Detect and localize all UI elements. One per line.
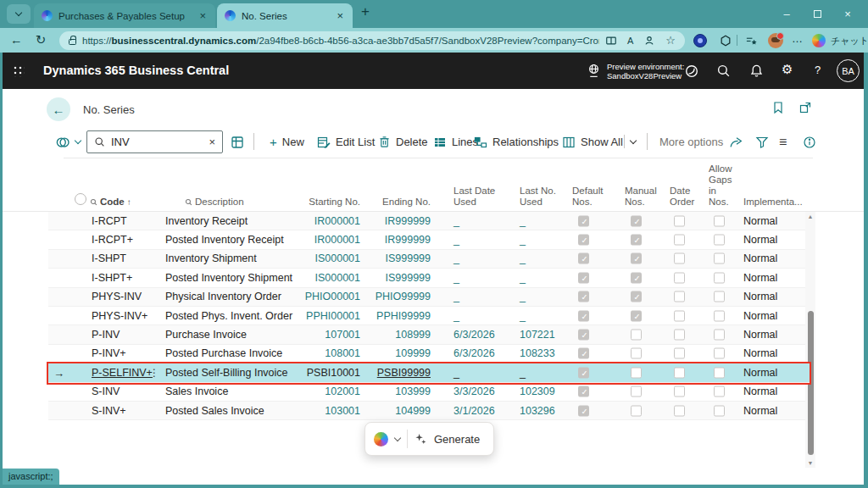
cell-ending-no[interactable]: 108999 <box>333 329 431 341</box>
checkbox-manual-nos[interactable] <box>631 272 642 283</box>
show-all-button[interactable]: Show All <box>562 130 623 153</box>
tab-no-series[interactable]: No. Series × <box>217 3 353 28</box>
checkbox-default-nos[interactable] <box>578 405 589 416</box>
browser-menu-icon[interactable]: … <box>792 32 803 45</box>
column-header-last-no-used[interactable]: Last No. Used <box>520 186 556 208</box>
relationships-button[interactable]: Relationships <box>474 130 559 153</box>
back-icon[interactable]: ← <box>10 33 23 47</box>
bookmark-icon[interactable] <box>771 101 785 114</box>
cell-code[interactable]: I-SHPT+ <box>92 272 132 284</box>
table-row[interactable]: I-SHPTInventory ShipmentIS000001IS999999… <box>48 250 810 269</box>
cell-implementation[interactable]: Normal <box>743 310 777 322</box>
cell-last-no-used[interactable]: 103296 <box>520 405 555 417</box>
page-back-button[interactable]: ← <box>47 97 70 121</box>
cell-implementation[interactable]: Normal <box>743 385 777 397</box>
cell-last-date-used[interactable]: _ <box>453 291 459 302</box>
generate-button[interactable]: Generate <box>434 433 480 446</box>
cell-last-no-used[interactable]: _ <box>520 367 526 379</box>
cell-last-no-used[interactable]: _ <box>520 215 526 227</box>
cell-code[interactable]: PHYS-INV <box>92 291 142 302</box>
checkbox-default-nos[interactable] <box>578 367 589 378</box>
checkbox-dateorder-nos[interactable] <box>674 253 685 264</box>
checkbox-gaps-nos[interactable] <box>714 330 725 341</box>
checkbox-gaps-nos[interactable] <box>714 291 725 302</box>
cell-code[interactable]: I-SHPT <box>92 252 126 264</box>
cell-implementation[interactable]: Normal <box>743 272 777 284</box>
waffle-menu-icon[interactable] <box>13 65 25 77</box>
column-header-date-order[interactable]: Date Order <box>670 186 694 208</box>
cell-description[interactable]: Posted Sales Invoice <box>165 405 264 417</box>
checkbox-gaps-nos[interactable] <box>714 253 725 264</box>
vertical-scrollbar[interactable]: ▲ ▼ <box>805 212 815 468</box>
copilot-icon[interactable] <box>374 432 388 446</box>
column-header-implementation[interactable]: Implementa... <box>743 197 803 208</box>
checkbox-default-nos[interactable] <box>578 291 589 302</box>
favorites-collections-icon[interactable] <box>745 35 758 47</box>
checkbox-dateorder-nos[interactable] <box>674 348 685 359</box>
new-button[interactable]: + New <box>270 130 304 153</box>
copilot-dropdown[interactable] <box>55 130 81 153</box>
checkbox-manual-nos[interactable] <box>631 253 642 264</box>
column-header-ending-no[interactable]: Ending No. <box>346 197 431 208</box>
extension-icon[interactable] <box>693 34 707 47</box>
account-avatar[interactable]: BA <box>837 59 860 82</box>
list-view-button[interactable]: ≡ <box>779 130 787 153</box>
checkbox-manual-nos[interactable] <box>631 291 642 302</box>
tab-close-icon[interactable]: × <box>198 9 208 22</box>
read-aloud-icon[interactable]: A <box>627 36 633 46</box>
cell-implementation[interactable]: Normal <box>743 252 777 264</box>
row-menu-icon[interactable]: ⋮ <box>149 367 159 379</box>
cell-ending-no[interactable]: PHIO99999 <box>333 291 431 302</box>
checkbox-gaps-nos[interactable] <box>714 272 725 283</box>
checkbox-default-nos[interactable] <box>578 310 589 321</box>
cell-code[interactable]: S-INV <box>92 385 120 397</box>
cell-last-no-used[interactable]: _ <box>520 252 526 264</box>
checkbox-dateorder-nos[interactable] <box>674 272 685 283</box>
extension-icon[interactable] <box>720 35 732 47</box>
cell-last-date-used[interactable]: 3/1/2026 <box>453 405 495 417</box>
cell-last-date-used[interactable]: _ <box>453 252 459 264</box>
split-screen-icon[interactable] <box>605 35 617 47</box>
column-header-last-date-used[interactable]: Last Date Used <box>453 186 495 208</box>
cell-last-no-used[interactable]: _ <box>520 291 526 302</box>
checkbox-dateorder-nos[interactable] <box>674 310 685 321</box>
search-icon[interactable] <box>716 64 731 78</box>
scroll-up-icon[interactable]: ▲ <box>805 214 815 219</box>
checkbox-gaps-nos[interactable] <box>714 405 725 416</box>
checkbox-default-nos[interactable] <box>578 330 589 341</box>
cell-implementation[interactable]: Normal <box>743 215 777 227</box>
copilot-header-icon[interactable] <box>684 64 699 79</box>
cell-last-no-used[interactable]: _ <box>520 234 526 246</box>
notifications-bell-icon[interactable] <box>749 64 764 78</box>
cell-ending-no[interactable]: 109999 <box>333 347 431 359</box>
cell-ending-no[interactable]: PSBI99999 <box>333 367 431 379</box>
browser-profile-avatar[interactable] <box>768 33 783 48</box>
cell-ending-no[interactable]: IR999999 <box>333 215 431 227</box>
checkbox-dateorder-nos[interactable] <box>674 235 685 246</box>
tab-purchases-payables-setup[interactable]: Purchases & Payables Setup × <box>34 3 215 28</box>
cell-code[interactable]: P-SELFINV+ <box>92 367 153 379</box>
maximize-button[interactable] <box>802 8 832 20</box>
checkbox-dateorder-nos[interactable] <box>674 291 685 302</box>
favorites-star-icon[interactable]: ☆ <box>665 34 676 47</box>
tab-search-button[interactable] <box>7 4 31 24</box>
cell-implementation[interactable]: Normal <box>743 291 777 302</box>
checkbox-manual-nos[interactable] <box>631 235 642 246</box>
filter-button[interactable] <box>755 130 769 153</box>
checkbox-manual-nos[interactable] <box>631 405 642 416</box>
cell-code[interactable]: P-INV <box>92 329 120 341</box>
analysis-mode-button[interactable] <box>231 130 244 153</box>
table-row[interactable]: S-INVSales Invoice1020011039993/3/202610… <box>48 383 810 402</box>
checkbox-dateorder-nos[interactable] <box>674 367 685 378</box>
cell-description[interactable]: Sales Invoice <box>165 385 228 397</box>
select-all-circle[interactable] <box>75 193 86 205</box>
cell-description[interactable]: Purchase Invoice <box>165 329 247 341</box>
cell-implementation[interactable]: Normal <box>743 234 777 246</box>
cell-code[interactable]: PHYS-INV+ <box>92 310 147 322</box>
cell-last-date-used[interactable]: _ <box>453 234 459 246</box>
cell-last-no-used[interactable]: 107221 <box>520 329 555 341</box>
checkbox-default-nos[interactable] <box>578 235 589 246</box>
cell-ending-no[interactable]: PPHI99999 <box>333 310 431 322</box>
checkbox-default-nos[interactable] <box>578 215 589 226</box>
cell-last-date-used[interactable]: _ <box>453 310 459 322</box>
